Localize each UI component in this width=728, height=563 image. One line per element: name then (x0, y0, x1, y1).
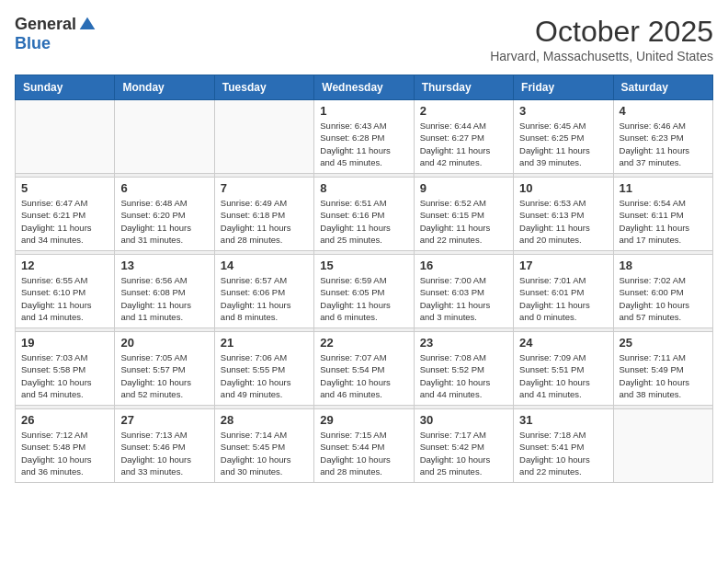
weekday-header-row: SundayMondayTuesdayWednesdayThursdayFrid… (16, 75, 713, 100)
day-number: 6 (120, 181, 208, 195)
title-section: October 2025 Harvard, Massachusetts, Uni… (490, 15, 713, 63)
day-info: Sunrise: 7:03 AM Sunset: 5:58 PM Dayligh… (21, 351, 108, 400)
calendar-week-row: 1Sunrise: 6:43 AM Sunset: 6:28 PM Daylig… (16, 100, 713, 174)
day-number: 18 (620, 259, 707, 272)
day-number: 17 (519, 259, 607, 272)
day-number: 10 (519, 181, 607, 195)
day-number: 23 (420, 336, 507, 350)
day-info: Sunrise: 6:56 AM Sunset: 6:08 PM Dayligh… (120, 274, 208, 323)
day-info: Sunrise: 7:11 AM Sunset: 5:49 PM Dayligh… (620, 351, 707, 400)
location-text: Harvard, Massachusetts, United States (490, 49, 713, 63)
calendar-day-cell: 2Sunrise: 6:44 AM Sunset: 6:27 PM Daylig… (414, 100, 513, 174)
calendar-day-cell: 15Sunrise: 6:59 AM Sunset: 6:05 PM Dayli… (314, 255, 414, 328)
day-number: 2 (420, 104, 507, 118)
calendar-week-row: 12Sunrise: 6:55 AM Sunset: 6:10 PM Dayli… (16, 255, 713, 328)
weekday-header-thursday: Thursday (414, 75, 513, 100)
day-number: 25 (620, 336, 707, 350)
day-info: Sunrise: 7:17 AM Sunset: 5:42 PM Dayligh… (420, 429, 507, 477)
day-info: Sunrise: 7:08 AM Sunset: 5:52 PM Dayligh… (420, 351, 507, 400)
month-title: October 2025 (490, 15, 713, 49)
calendar-day-cell: 27Sunrise: 7:13 AM Sunset: 5:46 PM Dayli… (115, 409, 214, 483)
day-info: Sunrise: 7:07 AM Sunset: 5:54 PM Dayligh… (320, 351, 407, 400)
calendar-day-cell: 24Sunrise: 7:09 AM Sunset: 5:51 PM Dayli… (514, 332, 613, 406)
day-number: 9 (420, 181, 507, 195)
calendar-day-cell: 12Sunrise: 6:55 AM Sunset: 6:10 PM Dayli… (16, 255, 115, 328)
calendar-day-cell (214, 100, 313, 174)
calendar-day-cell: 23Sunrise: 7:08 AM Sunset: 5:52 PM Dayli… (414, 332, 513, 406)
day-info: Sunrise: 6:52 AM Sunset: 6:15 PM Dayligh… (420, 197, 507, 246)
day-info: Sunrise: 7:06 AM Sunset: 5:55 PM Dayligh… (221, 351, 308, 400)
calendar-day-cell: 26Sunrise: 7:12 AM Sunset: 5:48 PM Dayli… (16, 409, 115, 483)
day-number: 16 (420, 259, 507, 272)
weekday-header-saturday: Saturday (613, 75, 712, 100)
page-header: General Blue October 2025 Harvard, Massa… (15, 15, 713, 63)
weekday-header-friday: Friday (514, 75, 613, 100)
calendar-day-cell: 3Sunrise: 6:45 AM Sunset: 6:25 PM Daylig… (514, 100, 613, 174)
day-info: Sunrise: 6:49 AM Sunset: 6:18 PM Dayligh… (221, 197, 308, 246)
calendar-day-cell: 4Sunrise: 6:46 AM Sunset: 6:23 PM Daylig… (613, 100, 712, 174)
day-info: Sunrise: 7:09 AM Sunset: 5:51 PM Dayligh… (519, 351, 607, 400)
day-number: 7 (221, 181, 308, 195)
calendar-day-cell: 19Sunrise: 7:03 AM Sunset: 5:58 PM Dayli… (16, 332, 115, 406)
day-info: Sunrise: 7:18 AM Sunset: 5:41 PM Dayligh… (519, 429, 607, 477)
calendar-day-cell: 22Sunrise: 7:07 AM Sunset: 5:54 PM Dayli… (314, 332, 414, 406)
calendar-day-cell: 28Sunrise: 7:14 AM Sunset: 5:45 PM Dayli… (214, 409, 313, 483)
day-info: Sunrise: 6:45 AM Sunset: 6:25 PM Dayligh… (519, 120, 607, 168)
day-info: Sunrise: 7:14 AM Sunset: 5:45 PM Dayligh… (221, 429, 308, 477)
weekday-header-tuesday: Tuesday (214, 75, 313, 100)
calendar-day-cell (613, 409, 712, 483)
calendar-table: SundayMondayTuesdayWednesdayThursdayFrid… (15, 75, 713, 483)
calendar-day-cell: 8Sunrise: 6:51 AM Sunset: 6:16 PM Daylig… (314, 178, 414, 251)
weekday-header-sunday: Sunday (16, 75, 115, 100)
calendar-day-cell (115, 100, 214, 174)
day-number: 21 (221, 336, 308, 350)
calendar-day-cell: 7Sunrise: 6:49 AM Sunset: 6:18 PM Daylig… (214, 178, 313, 251)
day-info: Sunrise: 6:44 AM Sunset: 6:27 PM Dayligh… (420, 120, 507, 168)
day-number: 12 (21, 259, 108, 272)
calendar-day-cell: 29Sunrise: 7:15 AM Sunset: 5:44 PM Dayli… (314, 409, 414, 483)
weekday-header-wednesday: Wednesday (314, 75, 414, 100)
day-number: 19 (21, 336, 108, 350)
calendar-week-row: 26Sunrise: 7:12 AM Sunset: 5:48 PM Dayli… (16, 409, 713, 483)
calendar-day-cell: 21Sunrise: 7:06 AM Sunset: 5:55 PM Dayli… (214, 332, 313, 406)
day-number: 22 (320, 336, 407, 350)
day-number: 8 (320, 181, 407, 195)
day-number: 3 (519, 104, 607, 118)
day-info: Sunrise: 7:12 AM Sunset: 5:48 PM Dayligh… (21, 429, 108, 477)
calendar-day-cell: 17Sunrise: 7:01 AM Sunset: 6:01 PM Dayli… (514, 255, 613, 328)
calendar-day-cell: 30Sunrise: 7:17 AM Sunset: 5:42 PM Dayli… (414, 409, 513, 483)
day-number: 20 (120, 336, 208, 350)
day-number: 15 (320, 259, 407, 272)
day-info: Sunrise: 7:13 AM Sunset: 5:46 PM Dayligh… (120, 429, 208, 477)
logo-general-text: General (15, 15, 76, 34)
day-number: 26 (21, 413, 108, 427)
day-info: Sunrise: 6:57 AM Sunset: 6:06 PM Dayligh… (221, 274, 308, 323)
calendar-day-cell: 18Sunrise: 7:02 AM Sunset: 6:00 PM Dayli… (613, 255, 712, 328)
day-info: Sunrise: 7:02 AM Sunset: 6:00 PM Dayligh… (620, 274, 707, 323)
day-number: 14 (221, 259, 308, 272)
calendar-week-row: 5Sunrise: 6:47 AM Sunset: 6:21 PM Daylig… (16, 178, 713, 251)
calendar-day-cell: 6Sunrise: 6:48 AM Sunset: 6:20 PM Daylig… (115, 178, 214, 251)
day-info: Sunrise: 6:51 AM Sunset: 6:16 PM Dayligh… (320, 197, 407, 246)
calendar-day-cell: 14Sunrise: 6:57 AM Sunset: 6:06 PM Dayli… (214, 255, 313, 328)
day-number: 13 (120, 259, 208, 272)
day-number: 29 (320, 413, 407, 427)
day-info: Sunrise: 6:59 AM Sunset: 6:05 PM Dayligh… (320, 274, 407, 323)
logo: General Blue (15, 15, 97, 53)
day-number: 31 (519, 413, 607, 427)
day-info: Sunrise: 6:54 AM Sunset: 6:11 PM Dayligh… (620, 197, 707, 246)
calendar-day-cell: 9Sunrise: 6:52 AM Sunset: 6:15 PM Daylig… (414, 178, 513, 251)
calendar-day-cell: 13Sunrise: 6:56 AM Sunset: 6:08 PM Dayli… (115, 255, 214, 328)
day-info: Sunrise: 6:47 AM Sunset: 6:21 PM Dayligh… (21, 197, 108, 246)
day-number: 27 (120, 413, 208, 427)
day-info: Sunrise: 7:00 AM Sunset: 6:03 PM Dayligh… (420, 274, 507, 323)
svg-marker-0 (80, 17, 96, 29)
day-number: 4 (620, 104, 707, 118)
calendar-week-row: 19Sunrise: 7:03 AM Sunset: 5:58 PM Dayli… (16, 332, 713, 406)
day-number: 1 (320, 104, 407, 118)
day-number: 24 (519, 336, 607, 350)
calendar-day-cell: 25Sunrise: 7:11 AM Sunset: 5:49 PM Dayli… (613, 332, 712, 406)
day-number: 28 (221, 413, 308, 427)
day-info: Sunrise: 6:43 AM Sunset: 6:28 PM Dayligh… (320, 120, 407, 168)
logo-blue-text: Blue (15, 34, 51, 53)
